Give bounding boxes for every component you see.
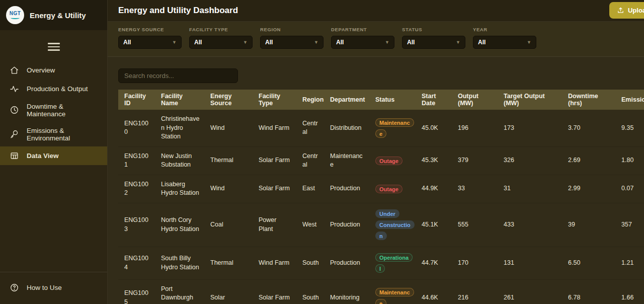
filter-label: STATUS (402, 27, 465, 32)
app-root: NGT Energy & Utility OverviewProduction … (0, 0, 644, 304)
sidebar-item-how-to-use[interactable]: How to Use (0, 278, 107, 297)
column-header-department: Department (324, 96, 369, 103)
sidebar-item-overview[interactable]: Overview (0, 61, 107, 80)
filter-select-year[interactable]: All▼ (473, 36, 536, 49)
sidebar-footer: How to Use (0, 272, 107, 304)
sidebar-item-downtime-maintenance[interactable]: Downtime & Maintenance (0, 98, 107, 122)
sidebar-item-label: How to Use (27, 284, 62, 291)
filter-label: ENERGY SOURCE (118, 27, 182, 32)
cell-facility-id: ENG1004 (118, 254, 155, 272)
filter-label: REGION (260, 27, 324, 32)
cell-downtime-hrs: 3.70 (562, 124, 615, 133)
filter-label: FACILITY TYPE (189, 27, 253, 32)
column-header-output-mw: Output (MW) (452, 93, 498, 107)
cell-target-output-mw: 261 (498, 293, 562, 302)
chevron-down-icon: ▼ (172, 40, 177, 45)
column-header-status: Status (369, 96, 416, 103)
cell-downtime-hrs: 6.78 (562, 293, 615, 302)
column-header-region: Region (296, 96, 324, 103)
cell-region: Central (296, 119, 324, 137)
cell-department: Production (324, 184, 369, 193)
main-area: Energy and Utility Dashboard Upload ENER… (108, 0, 644, 304)
table-icon (10, 151, 19, 161)
chevron-down-icon: ▼ (243, 40, 248, 45)
cell-target-output-mw: 433 (498, 220, 562, 230)
cell-department: Distribution (324, 124, 369, 133)
cell-status: Outage (369, 183, 416, 194)
cell-facility-name: North Cory Hydro Station (155, 216, 204, 234)
search-input[interactable] (118, 68, 238, 83)
filter-energy-source: ENERGY SOURCEAll▼ (118, 27, 182, 49)
cell-target-output-mw: 326 (498, 156, 562, 165)
topbar: Energy and Utility Dashboard Upload (108, 0, 644, 22)
filter-value: All (478, 39, 486, 46)
cell-region: South (296, 259, 324, 268)
brand-logo-icon: NGT (6, 6, 24, 24)
table-row: ENG1003North Cory Hydro StationCoalPower… (118, 203, 644, 247)
cell-department: Maintenance (324, 152, 369, 170)
table-row: ENG1002Lisaberg Hydro StationWindSolar F… (118, 175, 644, 203)
cell-status: Under Construction (369, 208, 416, 242)
filter-value: All (123, 39, 131, 46)
filter-select-department[interactable]: All▼ (331, 36, 394, 49)
brand-logo-text: NGT (10, 11, 21, 16)
filter-select-region[interactable]: All▼ (260, 36, 324, 49)
column-header-energy-source: Energy Source (204, 93, 253, 107)
menu-toggle-icon[interactable] (48, 41, 60, 53)
cell-start-date: 44.7K (416, 259, 452, 268)
column-header-downtime-hrs: Downtime (hrs) (562, 93, 615, 107)
cell-energy-source: Solar (204, 293, 253, 302)
cell-status: Operational (369, 252, 416, 274)
filter-facility-type: FACILITY TYPEAll▼ (189, 27, 253, 49)
filter-select-status[interactable]: All▼ (402, 36, 465, 49)
filter-label: DEPARTMENT (331, 27, 394, 32)
content-area: Facility IDFacility NameEnergy SourceFac… (108, 57, 644, 304)
status-badge: Maintenance (375, 288, 414, 304)
filter-select-facility-type[interactable]: All▼ (189, 36, 253, 49)
cell-status: Maintenance (369, 117, 416, 139)
sidebar-item-label: Emissions & Environmental (27, 127, 98, 142)
filter-status: STATUSAll▼ (402, 27, 465, 49)
table-row: ENG1001New Justin SubstationThermalSolar… (118, 146, 644, 175)
upload-button-label: Upload (628, 7, 644, 14)
cell-facility-type: Solar Farm (253, 293, 296, 302)
cell-target-output-mw: 131 (498, 259, 562, 268)
column-header-start-date: Start Date (416, 93, 452, 107)
brand-logo-swoosh (11, 17, 20, 19)
cell-emissions: 0.07 (615, 184, 644, 193)
status-badge: Under Construction (375, 209, 415, 240)
status-badge: Outage (375, 185, 403, 193)
table-header-row: Facility IDFacility NameEnergy SourceFac… (118, 90, 644, 110)
cell-facility-id: ENG1003 (118, 216, 155, 234)
filter-value: All (336, 39, 344, 46)
sidebar-item-production-output[interactable]: Production & Output (0, 80, 107, 98)
filter-select-energy-source[interactable]: All▼ (118, 36, 182, 49)
cell-start-date: 44.9K (416, 184, 452, 193)
chevron-down-icon: ▼ (527, 40, 531, 45)
cell-facility-name: Lisaberg Hydro Station (155, 180, 204, 198)
sidebar-item-data-view[interactable]: Data View (0, 146, 107, 165)
sidebar-item-label: Data View (27, 152, 59, 160)
filter-value: All (194, 39, 202, 46)
cell-facility-name: Port Dawnburgh Solar Farm (155, 285, 204, 304)
cell-energy-source: Coal (204, 220, 253, 230)
cell-downtime-hrs: 39 (562, 220, 615, 230)
cell-energy-source: Wind (204, 124, 253, 133)
cell-region: East (296, 184, 324, 193)
cell-start-date: 44.6K (416, 293, 452, 302)
sidebar-item-label: Production & Output (27, 85, 88, 93)
emissions-icon (10, 129, 19, 139)
column-header-target-output-mw: Target Output (MW) (498, 93, 562, 107)
cell-output-mw: 379 (452, 156, 498, 165)
cell-energy-source: Wind (204, 184, 253, 193)
upload-button[interactable]: Upload (609, 2, 644, 19)
cell-department: Production (324, 220, 369, 230)
cell-output-mw: 216 (452, 293, 498, 302)
chevron-down-icon: ▼ (314, 40, 318, 45)
cell-region: Central (296, 152, 324, 170)
cell-facility-type: Power Plant (253, 216, 296, 234)
cell-emissions: 357 (615, 220, 644, 230)
cell-output-mw: 555 (452, 220, 498, 230)
cell-facility-id: ENG1001 (118, 152, 155, 170)
sidebar-item-emissions-environmental[interactable]: Emissions & Environmental (0, 122, 107, 146)
